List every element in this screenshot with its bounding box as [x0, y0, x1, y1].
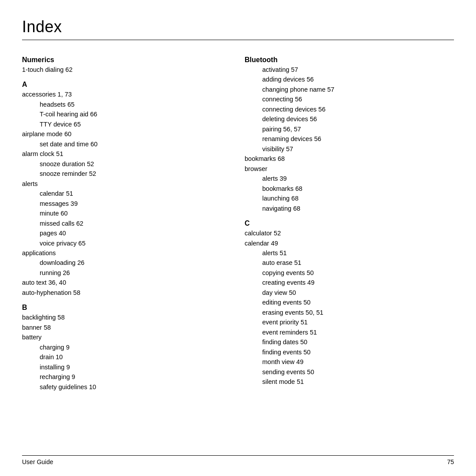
index-entry: calendar 49 [245, 238, 454, 248]
index-entry: visibility 57 [262, 144, 454, 154]
index-columns: Numerics1-touch dialing 62Aaccessories 1… [22, 50, 454, 392]
index-entry: pairing 56, 57 [262, 124, 454, 134]
index-entry: alerts [22, 179, 231, 189]
section-letter: Bluetooth [245, 56, 454, 64]
index-entry: installing 9 [40, 362, 231, 372]
page-footer: User Guide 75 [22, 455, 454, 465]
index-entry: finding dates 50 [262, 337, 454, 347]
index-entry: launching 68 [262, 193, 454, 203]
page: Index Numerics1-touch dialing 62Aaccesso… [0, 0, 476, 476]
index-entry: 1-touch dialing 62 [22, 65, 231, 74]
index-entry: bookmarks 68 [245, 154, 454, 164]
index-entry: recharging 9 [40, 372, 231, 382]
index-entry: snooze reminder 52 [40, 169, 231, 178]
index-entry: creating events 49 [262, 278, 454, 287]
index-entry: editing events 50 [262, 298, 454, 307]
index-entry: drain 10 [40, 352, 231, 362]
index-entry: event priority 51 [262, 317, 454, 327]
index-entry: activating 57 [262, 65, 454, 74]
index-entry: safety guidelines 10 [40, 382, 231, 392]
index-entry: TTY device 65 [40, 119, 231, 129]
section-letter: Numerics [22, 56, 231, 64]
index-entry: auto-hyphenation 58 [22, 288, 231, 298]
footer-right: 75 [447, 458, 454, 465]
index-entry: set date and time 60 [40, 139, 231, 149]
index-entry: downloading 26 [40, 258, 231, 268]
index-entry: connecting 56 [262, 94, 454, 104]
index-entry: navigating 68 [262, 204, 454, 213]
index-entry: alerts 51 [262, 248, 454, 258]
index-entry: month view 49 [262, 357, 454, 367]
index-entry: finding events 50 [262, 347, 454, 357]
title-divider [22, 40, 454, 40]
index-entry: copying events 50 [262, 268, 454, 278]
index-entry: auto erase 51 [262, 258, 454, 268]
index-entry: battery [22, 332, 231, 342]
index-entry: snooze duration 52 [40, 159, 231, 169]
index-entry: headsets 65 [40, 100, 231, 109]
index-entry: messages 39 [40, 199, 231, 208]
index-entry: browser [245, 164, 454, 174]
index-entry: alerts 39 [262, 174, 454, 183]
index-entry: erasing events 50, 51 [262, 308, 454, 317]
index-entry: deleting devices 56 [262, 114, 454, 124]
footer-left: User Guide [22, 458, 53, 465]
index-entry: backlighting 58 [22, 312, 231, 322]
index-entry: applications [22, 248, 231, 258]
index-entry: changing phone name 57 [262, 85, 454, 94]
index-entry: auto text 36, 40 [22, 278, 231, 287]
index-entry: charging 9 [40, 342, 231, 352]
index-entry: airplane mode 60 [22, 129, 231, 139]
index-entry: day view 50 [262, 288, 454, 298]
index-entry: connecting devices 56 [262, 104, 454, 114]
index-entry: calculator 52 [245, 228, 454, 238]
right-column: Bluetoothactivating 57adding devices 56c… [245, 50, 454, 392]
index-entry: T-coil hearing aid 66 [40, 109, 231, 119]
page-title: Index [22, 18, 454, 36]
index-entry: pages 40 [40, 228, 231, 238]
index-entry: missed calls 62 [40, 219, 231, 228]
index-entry: minute 60 [40, 208, 231, 218]
index-entry: running 26 [40, 268, 231, 278]
index-entry: bookmarks 68 [262, 184, 454, 193]
left-column: Numerics1-touch dialing 62Aaccessories 1… [22, 50, 245, 392]
index-entry: accessories 1, 73 [22, 89, 231, 99]
index-entry: voice privacy 65 [40, 238, 231, 248]
index-entry: renaming devices 56 [262, 134, 454, 144]
index-entry: calendar 51 [40, 189, 231, 198]
index-entry: silent mode 51 [262, 377, 454, 387]
index-entry: sending events 50 [262, 367, 454, 377]
index-entry: banner 58 [22, 323, 231, 332]
section-letter: A [22, 81, 231, 89]
index-entry: adding devices 56 [262, 74, 454, 84]
index-entry: alarm clock 51 [22, 149, 231, 159]
section-letter: C [245, 219, 454, 227]
section-letter: B [22, 304, 231, 312]
index-entry: event reminders 51 [262, 327, 454, 337]
